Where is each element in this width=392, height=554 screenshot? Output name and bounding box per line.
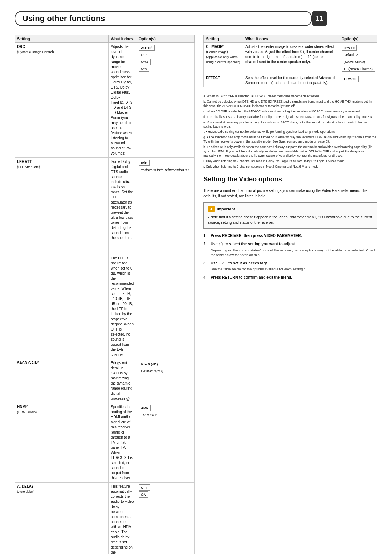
option-item: Default: 0 (dB) (139, 368, 192, 374)
col-header-what: What it does (109, 35, 136, 43)
option-item: 10 (Neo:6 Cinema) (342, 65, 375, 72)
step-content: Use ↑/↓ to select the setting you want t… (211, 241, 377, 257)
setting-cell: DRC(Dynamic Range Control) (15, 43, 109, 158)
option-item: THROUGH (139, 411, 192, 418)
left-table-row: SACD GAINᴱBrings out detail in SACDs by … (15, 359, 195, 403)
video-options-section: Setting the Video options There are a nu… (203, 176, 377, 280)
important-text: • Note that if a setting doesn't appear … (208, 214, 373, 225)
what-cell: Specifies the routing of the HDMI audio … (109, 403, 136, 483)
option-item: OFF (139, 484, 192, 491)
option-item: 0 to 6 (dB) (139, 361, 192, 368)
col-header-options-r: Option(s) (339, 35, 377, 43)
options-cell: AUTOᴰOFFMAXMID (136, 43, 195, 158)
step-content: Press RETURN to confirm and exit the men… (211, 275, 377, 280)
step-number: 2 (203, 241, 208, 257)
setting-cell: SACD GAINᴱ (15, 359, 109, 403)
col-header-setting: Setting (15, 35, 109, 43)
chapter-title: Using other functions (23, 14, 105, 23)
setting-cell: EFFECT (204, 74, 243, 87)
col-header-options: Option(s) (136, 35, 195, 43)
footnotes-section: a. When MCACC OFF is selected, all MCACC… (203, 92, 377, 169)
footnote-item: j. Only when listening to 2-channel sour… (203, 165, 377, 169)
options-cell: AMPTHROUGH (136, 403, 195, 483)
what-cell: Adjusts the center image to create a wid… (243, 43, 339, 74)
left-column: Setting What it does Option(s) DRC(Dynam… (15, 35, 195, 554)
what-cell: Some Dolby Digital and DTS audio sources… (109, 158, 136, 359)
left-table-row: DRC(Dynamic Range Control)Adjusts the le… (15, 43, 195, 158)
right-table-row: EFFECTSets the effect level for the curr… (204, 74, 377, 87)
option-item: (Neo:6 Music). (342, 58, 375, 65)
footnote-item: a. When MCACC OFF is selected, all MCACC… (203, 94, 377, 99)
left-table-row: LFE ATT(LFE Attenuate)Some Dolby Digital… (15, 158, 195, 359)
option-item: Default: 3 (342, 51, 375, 58)
step-number: 4 (203, 275, 208, 280)
option-item: ON (139, 491, 192, 498)
options-cell: 0 to 10Default: 3(Neo:6 Music).10 (Neo:6… (339, 43, 377, 74)
option-item: AUTOᴰ (139, 44, 192, 51)
step-number: 3 (203, 260, 208, 272)
option-item: OFF (139, 51, 192, 58)
step-item: 2Use ↑/↓ to select the setting you want … (203, 241, 377, 257)
step-number: 1 (203, 233, 208, 239)
option-item: 10 to 90 (342, 75, 375, 82)
left-table-row: HDMIᶠ(HDMI Audio)Specifies the routing o… (15, 403, 195, 483)
important-box: ▲ Important • Note that if a setting doe… (203, 202, 377, 229)
option-item: 0 to 10 (342, 44, 375, 51)
left-settings-table: Setting What it does Option(s) DRC(Dynam… (15, 35, 195, 554)
option-item: MAX (139, 58, 192, 65)
what-cell: Brings out detail in SACDs by maximizing… (109, 359, 136, 403)
right-settings-table: Setting What it does Option(s) C. IMAGEᶠ… (203, 35, 377, 87)
col-header-what-r: What it does (243, 35, 339, 43)
important-title: ▲ Important (208, 206, 373, 212)
what-cell: This feature automatically corrects the … (109, 483, 136, 554)
steps-list: 1Press RECEIVER, then press VIDEO PARAME… (203, 233, 377, 280)
options-cell: 10 to 90 (339, 74, 377, 87)
right-column: Setting What it does Option(s) C. IMAGEᶠ… (203, 35, 377, 554)
step-content: Use ←/→ to set it as necessary.See the t… (211, 260, 377, 272)
footnote-item: i. Only when listening to 2-channel sour… (203, 159, 377, 164)
chapter-header: Using other functions 11 (15, 11, 312, 26)
footnote-item: b. Cannot be selected when DTS-HD and DT… (203, 100, 377, 108)
step-item: 3Use ←/→ to set it as necessary.See the … (203, 260, 377, 272)
options-cell: 0 to 6 (dB)Default: 0 (dB) (136, 359, 195, 403)
option-item: −5dB/−10dB/−15dB/−20dB/OFF (139, 166, 192, 173)
setting-cell: HDMIᶠ(HDMI Audio) (15, 403, 109, 483)
what-cell: Adjusts the level of dynamic range for m… (109, 43, 136, 158)
footnote-item: f. • HDMI Audio setting cannot be switch… (203, 130, 377, 134)
option-item: MID (139, 65, 192, 72)
section-title: Setting the Video options (203, 176, 377, 185)
col-header-setting-r: Setting (204, 35, 243, 43)
footnote-item: e. You shouldn't have any problems using… (203, 120, 377, 129)
right-table-row: C. IMAGEᶠ(Center Image) (Applicable only… (204, 43, 377, 74)
chapter-number: 11 (312, 11, 327, 26)
section-intro: There are a number of additional picture… (203, 188, 377, 199)
option-item: 0dB (139, 159, 192, 166)
footnote-item: c. When EQ OFF is selected, the MCACC in… (203, 110, 377, 114)
important-icon: ▲ (208, 206, 215, 212)
step-item: 4Press RETURN to confirm and exit the me… (203, 275, 377, 280)
left-table-row: A. DELAY(Auto delay)This feature automat… (15, 483, 195, 554)
options-cell: OFFON (136, 483, 195, 554)
what-cell: Sets the effect level for the currently … (243, 74, 339, 87)
option-item: AMP (139, 405, 192, 411)
footnote-item: g. • The synchronized amp mode must be t… (203, 135, 377, 144)
step-content: Press RECEIVER, then press VIDEO PARAMET… (211, 233, 377, 239)
options-cell: 0dB−5dB/−10dB/−15dB/−20dB/OFF (136, 158, 195, 359)
setting-cell: A. DELAY(Auto delay) (15, 483, 109, 554)
footnote-item: h. This feature is only available when t… (203, 145, 377, 158)
setting-cell: C. IMAGEᶠ(Center Image) (Applicable only… (204, 43, 243, 74)
setting-cell: LFE ATT(LFE Attenuate) (15, 158, 109, 359)
footnote-item: d. The initially set AUTO is only availa… (203, 115, 377, 119)
main-content: Setting What it does Option(s) DRC(Dynam… (15, 35, 377, 554)
step-item: 1Press RECEIVER, then press VIDEO PARAME… (203, 233, 377, 239)
page-header: Using other functions 11 (15, 11, 377, 26)
important-label: Important (217, 207, 235, 211)
